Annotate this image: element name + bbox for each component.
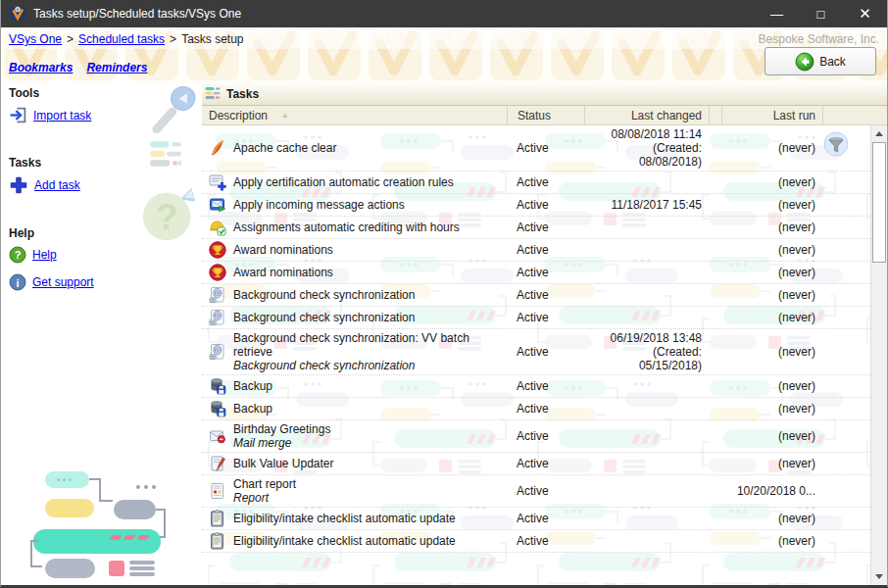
task-description: Assignments automatic crediting with hou… <box>233 220 460 234</box>
sidebar-link-import-task[interactable]: Import task <box>33 109 91 122</box>
task-row[interactable]: Background check synchronizationActive(n… <box>202 307 870 329</box>
task-description-cell: Assignments automatic crediting with hou… <box>202 218 507 237</box>
task-last-changed <box>584 517 709 519</box>
task-description-cell: Background check synchronization: VV bat… <box>202 330 507 373</box>
task-last-changed: 08/08/2018 11:14 (Created: 08/08/2018) <box>584 126 709 170</box>
chart-report-icon <box>209 482 227 500</box>
sidebar-item-add-task[interactable]: Add task <box>9 175 202 195</box>
task-row[interactable]: Award nominationsActive(never) <box>202 239 870 262</box>
task-status: Active <box>507 197 584 213</box>
task-row[interactable]: Apply incoming message actionsActive11/1… <box>202 194 870 217</box>
back-arrow-icon <box>795 52 814 72</box>
breadcrumb-item-tasks-setup: Tasks setup <box>181 32 243 46</box>
svg-text:i: i <box>16 277 19 289</box>
sidebar-item-import-task[interactable]: Import task <box>9 106 202 124</box>
minimize-button[interactable]: — <box>755 0 799 27</box>
task-row[interactable]: BackupActive(never) <box>202 398 870 420</box>
header-band: VSys One>Scheduled tasks>Tasks setup Bes… <box>1 27 887 83</box>
column-header-description[interactable]: Description ▲ <box>202 106 507 124</box>
task-last-run: (never) <box>721 511 822 526</box>
column-header-status[interactable]: Status <box>507 106 584 124</box>
import-task-icon <box>9 106 27 124</box>
back-button[interactable]: Back <box>765 47 876 75</box>
sidebar-item-help[interactable]: ?Help <box>9 246 202 264</box>
main-area: ? ToolsImport taskTasksAdd taskHelp?Help… <box>1 83 887 585</box>
task-last-changed <box>584 317 709 318</box>
task-description: Backup <box>233 379 272 393</box>
sort-ascending-icon: ▲ <box>281 111 289 120</box>
task-last-run: (never) <box>721 533 822 549</box>
task-description-cell: Bulk Value Updater <box>202 454 507 473</box>
scroll-up-arrow[interactable] <box>871 125 887 142</box>
task-row[interactable]: Apache cache clearActive08/08/2018 11:14… <box>202 125 870 172</box>
sidebar-link-get-support[interactable]: Get support <box>32 275 94 289</box>
scroll-down-arrow[interactable] <box>871 568 887 585</box>
task-row[interactable]: Eligibility/intake checklist automatic u… <box>202 530 870 553</box>
breadcrumb-separator: > <box>67 32 74 46</box>
sidebar-link-add-task[interactable]: Add task <box>34 178 80 192</box>
breadcrumb-item-scheduled-tasks[interactable]: Scheduled tasks <box>78 32 165 46</box>
task-last-run: (never) <box>721 140 822 156</box>
task-row[interactable]: Birthday GreetingsMail mergeActive(never… <box>202 420 870 453</box>
column-header-last-changed[interactable]: Last changed <box>584 106 709 124</box>
task-description: Background check synchronization <box>233 288 415 302</box>
task-row[interactable]: Chart reportReportActive10/20/2018 0... <box>202 475 870 508</box>
tasks-panel: Tasks Description ▲ Status Last changed … <box>202 83 887 585</box>
checklist-icon <box>209 510 227 527</box>
task-row[interactable]: Bulk Value UpdaterActive(never) <box>202 453 870 475</box>
panel-title: Tasks <box>226 87 259 101</box>
task-row[interactable]: BackupActive(never) <box>202 375 870 398</box>
task-last-run: (never) <box>721 428 822 444</box>
panel-header: Tasks <box>202 83 887 106</box>
task-row[interactable]: Background check synchronization: VV bat… <box>202 329 870 375</box>
task-description: Chart report <box>233 477 296 491</box>
task-last-changed <box>584 249 709 251</box>
task-description: Eligibility/intake checklist automatic u… <box>233 534 456 548</box>
breadcrumb-item-vsys-one[interactable]: VSys One <box>9 32 62 46</box>
task-last-changed <box>584 463 709 465</box>
task-description-cell: Eligibility/intake checklist automatic u… <box>202 509 507 528</box>
close-button[interactable]: ✕ <box>843 0 887 27</box>
sidebar-sections: ToolsImport taskTasksAdd taskHelp?HelpiG… <box>1 83 202 291</box>
tab-reminders[interactable]: Reminders <box>86 61 147 74</box>
task-row[interactable]: Background check synchronizationActive(n… <box>202 284 870 307</box>
task-description: Award nominations <box>233 266 333 279</box>
task-description: Eligibility/intake checklist automatic u… <box>233 512 456 525</box>
task-description: Apply incoming message actions <box>233 198 405 212</box>
task-description-cell: Background check synchronization <box>202 285 507 305</box>
task-last-changed <box>584 181 709 183</box>
tab-bookmarks[interactable]: Bookmarks <box>9 61 73 74</box>
task-row[interactable]: Assignments automatic crediting with hou… <box>202 217 870 239</box>
incoming-message-icon <box>209 196 227 214</box>
task-status: Active <box>507 401 584 416</box>
sidebar-heading-tools: Tools <box>9 86 202 100</box>
filter-funnel-icon[interactable] <box>823 131 849 160</box>
task-row[interactable]: Apply certification automatic creation r… <box>202 172 870 194</box>
sidebar-item-get-support[interactable]: iGet support <box>9 273 202 291</box>
scrollbar-thumb[interactable] <box>872 142 886 263</box>
window-title: Tasks setup/Scheduled tasks/VSys One <box>33 7 755 21</box>
task-description-cell: Background check synchronization <box>202 308 507 327</box>
maximize-button[interactable]: □ <box>799 0 843 27</box>
header-tabs: BookmarksReminders <box>9 61 161 74</box>
award-trophy-icon <box>209 241 227 259</box>
task-row[interactable]: Award nominationsActive(never) <box>202 262 870 284</box>
task-last-run: (never) <box>721 287 822 303</box>
task-last-changed: 06/19/2018 13:48 (Created: 05/15/2018) <box>584 330 709 373</box>
task-row[interactable]: Eligibility/intake checklist automatic u… <box>202 508 870 530</box>
task-rows: Apache cache clearActive08/08/2018 11:14… <box>202 125 870 553</box>
task-status: Active <box>507 265 584 280</box>
vertical-scrollbar[interactable] <box>870 125 887 585</box>
column-header-last-run[interactable]: Last run <box>721 106 822 124</box>
task-last-run: (never) <box>721 220 822 235</box>
task-description-cell: Backup <box>202 376 507 396</box>
task-last-changed <box>584 226 709 228</box>
sidebar-link-help[interactable]: Help <box>32 248 57 262</box>
task-last-changed <box>584 540 709 542</box>
task-description: Background check synchronization <box>233 311 415 324</box>
titlebar: Tasks setup/Scheduled tasks/VSys One — □… <box>1 0 887 27</box>
task-last-changed <box>584 408 709 410</box>
assignments-crediting-icon <box>209 219 227 236</box>
info-circle-icon: i <box>9 273 26 291</box>
certification-rules-icon <box>209 173 227 191</box>
